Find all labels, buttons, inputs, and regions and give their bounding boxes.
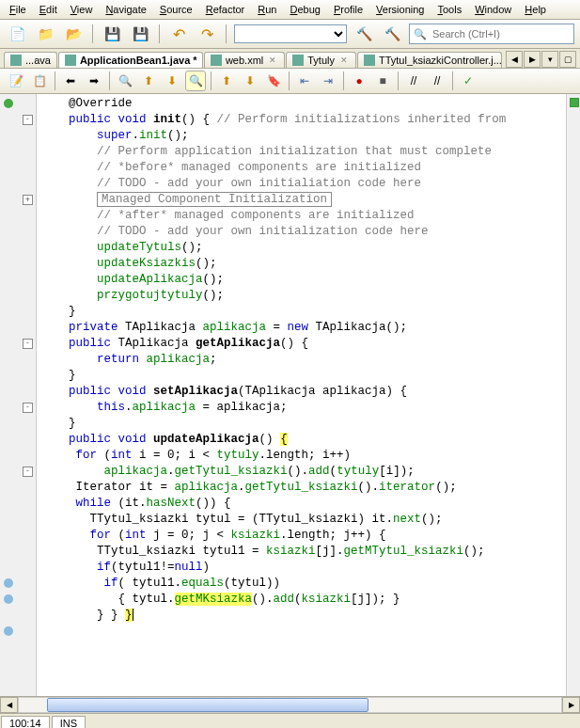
code-line[interactable]: for (int i = 0; i < tytuly.length; i++) — [40, 448, 566, 464]
code-line[interactable]: // *before* managed components are initi… — [40, 160, 566, 176]
annotation-icon[interactable] — [4, 594, 13, 604]
code-line[interactable]: } — [40, 304, 566, 320]
menu-run[interactable]: Run — [252, 2, 282, 17]
save-icon[interactable]: 💾 — [101, 23, 123, 45]
scroll-right-icon[interactable]: ▶ — [562, 697, 580, 713]
code-line[interactable]: aplikacja.getTytul_ksiazki().add(tytuly[… — [40, 464, 566, 480]
build-icon[interactable]: 🔨 — [353, 23, 375, 45]
code-line[interactable]: public void updateAplikacja() { — [40, 432, 566, 448]
toggle-bm-icon[interactable]: 🔖 — [263, 71, 284, 91]
history-icon[interactable]: 📋 — [29, 71, 50, 91]
forward-icon[interactable]: ➡ — [84, 71, 104, 91]
undo-icon[interactable]: ↶ — [167, 23, 190, 45]
find-next-icon[interactable]: ⬇ — [162, 71, 182, 91]
redo-icon[interactable]: ↷ — [196, 23, 218, 45]
toggle-hl-icon[interactable]: 🔍 — [185, 71, 206, 91]
code-line[interactable]: public TAplikacja getAplikacja() { — [40, 336, 566, 352]
fold-icon[interactable]: - — [23, 403, 33, 413]
code-line[interactable]: if( tytul1.equals(tytul)) — [40, 576, 566, 592]
check-xml-icon[interactable]: ✓ — [458, 71, 478, 91]
menu-refactor[interactable]: Refactor — [200, 2, 251, 17]
code-line[interactable]: public void setAplikacja(TAplikacja apli… — [40, 384, 566, 400]
fold-icon[interactable]: - — [23, 339, 33, 349]
search-input[interactable] — [431, 27, 570, 40]
code-line[interactable]: // TODO - add your own initialiation cod… — [40, 176, 566, 192]
macro-rec-icon[interactable]: ● — [349, 71, 369, 91]
find-prev-icon[interactable]: ⬆ — [138, 71, 159, 91]
config-combo[interactable] — [234, 24, 347, 43]
shift-left-icon[interactable]: ⇤ — [294, 71, 315, 91]
fold-icon[interactable]: - — [23, 115, 33, 125]
menu-window[interactable]: Window — [469, 2, 517, 17]
code-line[interactable]: for (int j = 0; j < ksiazki.length; j++)… — [40, 528, 566, 544]
close-icon[interactable]: ✕ — [267, 55, 278, 65]
menu-help[interactable]: Help — [519, 2, 552, 17]
menu-view[interactable]: View — [65, 2, 99, 17]
uncomment-icon[interactable]: // — [427, 71, 447, 91]
tab-applicationbean1java[interactable]: ApplicationBean1.java *✕ — [58, 52, 203, 68]
annotation-icon[interactable] — [4, 626, 13, 636]
close-icon[interactable]: ✕ — [338, 55, 350, 65]
menu-edit[interactable]: Edit — [34, 2, 63, 17]
code-line[interactable]: } } } — [40, 608, 566, 624]
fold-icon[interactable]: + — [23, 195, 33, 205]
tab-maximize-icon[interactable]: ▢ — [559, 51, 576, 68]
scroll-track[interactable] — [18, 697, 562, 713]
new-file-icon[interactable]: 📄 — [6, 23, 28, 45]
code-line[interactable]: TTytul_ksiazki tytul = (TTytul_ksiazki) … — [40, 512, 566, 528]
code-line[interactable]: } — [40, 368, 566, 384]
code-line[interactable]: Iterator it = aplikacja.getTytul_ksiazki… — [40, 480, 566, 496]
code-area[interactable]: @Override public void init() { // Perfor… — [37, 94, 566, 696]
tab-tytuly[interactable]: Tytuly✕ — [286, 52, 356, 68]
error-stripe[interactable] — [566, 94, 580, 696]
tab-scroll-left-icon[interactable]: ◀ — [506, 51, 523, 68]
code-line[interactable]: updateTytuls(); — [40, 240, 566, 256]
gutter[interactable]: -+--- — [0, 94, 37, 696]
find-sel-icon[interactable]: 🔍 — [115, 71, 135, 91]
code-line[interactable]: updateKsiazkis(); — [40, 256, 566, 272]
prev-bm-icon[interactable]: ⬆ — [216, 71, 237, 91]
code-line[interactable]: // *after* managed components are initia… — [40, 208, 566, 224]
code-line[interactable]: private TAplikacja aplikacja = new TApli… — [40, 320, 566, 336]
fold-icon[interactable]: - — [23, 467, 33, 477]
menu-versioning[interactable]: Versioning — [370, 2, 430, 17]
menu-debug[interactable]: Debug — [284, 2, 325, 17]
macro-stop-icon[interactable]: ■ — [372, 71, 393, 91]
annotation-icon[interactable] — [4, 578, 13, 588]
search-box[interactable]: 🔍 — [409, 24, 574, 44]
next-bm-icon[interactable]: ⬇ — [240, 71, 260, 91]
code-line[interactable]: updateAplikacja(); — [40, 272, 566, 288]
tab-list-icon[interactable]: ▾ — [541, 51, 558, 68]
tab-ttytulksiazkicontrollerj[interactable]: TTytul_ksiazkiController.j...✕ — [357, 52, 502, 68]
code-line[interactable]: super.init(); — [40, 128, 566, 144]
code-line[interactable]: public void init() { // Perform initiali… — [40, 112, 566, 128]
clean-build-icon[interactable]: 🔨 — [381, 23, 403, 45]
code-line[interactable]: } — [40, 416, 566, 432]
new-project-icon[interactable]: 📁 — [34, 23, 56, 45]
code-line[interactable]: this.aplikacja = aplikacja; — [40, 400, 566, 416]
code-line[interactable]: return aplikacja; — [40, 352, 566, 368]
code-line[interactable]: Managed Component Initialization — [40, 192, 566, 208]
code-line[interactable]: // Perform application initialization th… — [40, 144, 566, 160]
menu-profile[interactable]: Profile — [328, 2, 368, 17]
source-view-icon[interactable]: 📝 — [6, 71, 26, 91]
code-line[interactable]: @Override — [40, 96, 566, 112]
code-line[interactable]: przygotujtytuly(); — [40, 288, 566, 304]
save-all-icon[interactable]: 💾 — [129, 23, 151, 45]
menu-source[interactable]: Source — [154, 2, 198, 17]
insert-mode[interactable]: INS — [52, 716, 86, 728]
open-file-icon[interactable]: 📂 — [62, 23, 85, 45]
tab-ava[interactable]: ...ava — [4, 52, 57, 68]
tab-webxml[interactable]: web.xml✕ — [204, 52, 285, 68]
code-line[interactable]: TTytul_ksiazki tytul1 = ksiazki[j].getMT… — [40, 544, 566, 560]
code-line[interactable]: // TODO - add your own initialization co… — [40, 224, 566, 240]
scroll-left-icon[interactable]: ◀ — [0, 697, 18, 713]
shift-right-icon[interactable]: ⇥ — [318, 71, 338, 91]
back-icon[interactable]: ⬅ — [60, 71, 81, 91]
tab-scroll-right-icon[interactable]: ▶ — [524, 51, 541, 68]
code-line[interactable]: while (it.hasNext()) { — [40, 496, 566, 512]
close-icon[interactable]: ✕ — [201, 55, 203, 65]
horizontal-scrollbar[interactable]: ◀ ▶ — [0, 696, 580, 713]
menu-navigate[interactable]: Navigate — [100, 2, 151, 17]
code-line[interactable]: if(tytul1!=null) — [40, 560, 566, 576]
